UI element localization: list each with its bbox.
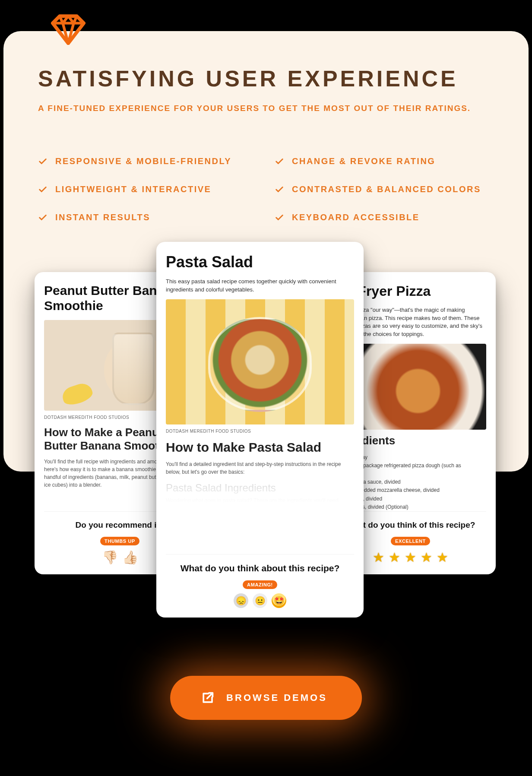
feature-label: CHANGE & REVOKE RATING [292,156,435,166]
rating-badge: THUMBS UP [100,537,139,545]
check-icon [275,213,284,222]
ingredients-heading: Pasta Salad Ingredients [166,482,354,494]
feature-label: INSTANT RESULTS [55,212,150,222]
feature-grid: RESPONSIVE & MOBILE-FRIENDLY CHANGE & RE… [38,156,494,222]
rating-badge: EXCELLENT [391,537,430,545]
feature-item: CHANGE & REVOKE RATING [275,156,494,166]
emoji-sad-icon[interactable]: 😞 [234,593,248,608]
emoji-amazing-icon[interactable]: 🤩 [272,593,286,608]
check-icon [38,213,48,222]
thumbs-down-icon[interactable]: 👎🏻 [102,550,118,565]
check-icon [275,157,284,166]
previews-stage: Peanut Butter Banana Smoothie DOTDASH ME… [0,242,532,622]
star-icon[interactable]: ★ [389,550,400,565]
feature-label: RESPONSIVE & MOBILE-FRIENDLY [55,156,231,166]
feature-item: KEYBOARD ACCESSIBLE [275,212,494,222]
sketch-diamond-logo [49,14,88,45]
rating-block: What do you think about this recipe? AMA… [166,554,354,608]
preview-card-pasta: Pasta Salad This easy pasta salad recipe… [156,242,364,618]
check-icon [275,185,284,194]
star-icon[interactable]: ★ [421,550,432,565]
check-icon [38,185,48,194]
preview-title: Pasta Salad [166,253,354,271]
rating-question: What do you think about this recipe? [166,563,354,573]
preview-body: You'll find a detailed ingredient list a… [166,460,354,476]
rating-badge: AMAZING! [243,580,277,589]
feature-item: INSTANT RESULTS [38,212,257,222]
feature-item: RESPONSIVE & MOBILE-FRIENDLY [38,156,257,166]
thumbs-up-icon[interactable]: 👍🏻 [122,550,138,565]
emoji-neutral-icon[interactable]: 😐 [253,593,267,608]
star-icon[interactable]: ★ [373,550,384,565]
hero-subheading: A FINE-TUNED EXPERIENCE FOR YOUR USERS T… [38,104,494,113]
emoji-row: 😞 😐 🤩 [166,593,354,608]
preview-image [166,299,354,424]
feature-label: CONTRASTED & BALANCED COLORS [292,184,481,194]
feature-label: LIGHTWEIGHT & INTERACTIVE [55,184,211,194]
hero-heading: SATISFYING USER EXPERIENCE [38,66,494,92]
feature-item: LIGHTWEIGHT & INTERACTIVE [38,184,257,194]
external-link-icon [200,690,215,705]
browse-demos-button[interactable]: BROWSE DEMOS [170,676,362,720]
feature-label: KEYBOARD ACCESSIBLE [292,212,420,222]
howto-heading: How to Make Pasta Salad [166,440,354,455]
feature-item: CONTRASTED & BALANCED COLORS [275,184,494,194]
cta-label: BROWSE DEMOS [226,692,327,703]
star-icon[interactable]: ★ [437,550,448,565]
image-credit: DOTDASH MEREDITH FOOD STUDIOS [166,429,354,434]
faded-text: Wondering what goes in pasta salad? Thes… [166,497,354,504]
preview-subtitle: This easy pasta salad recipe comes toget… [166,278,354,294]
check-icon [38,157,48,166]
star-icon[interactable]: ★ [405,550,416,565]
